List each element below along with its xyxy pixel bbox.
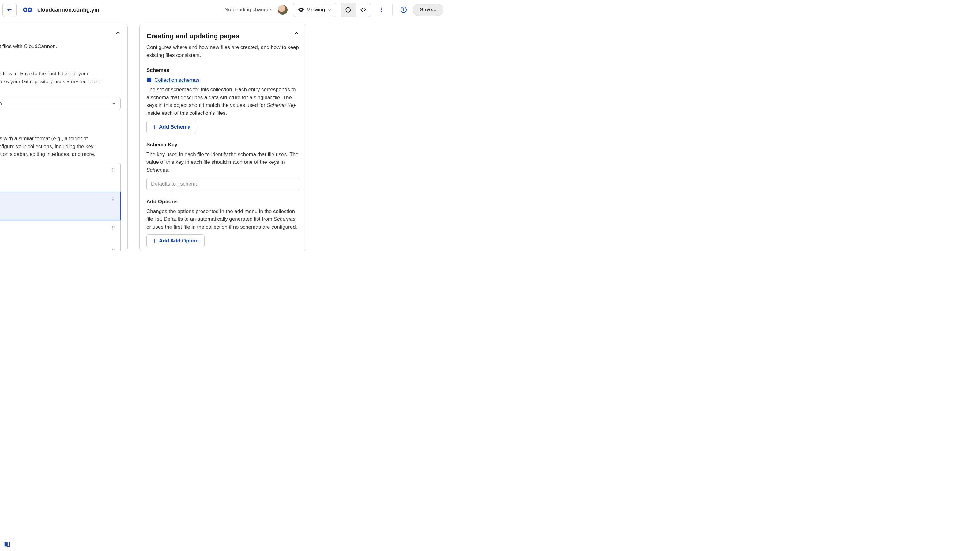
schema-key-label: Schema Key [146,141,299,149]
book-icon [146,77,152,83]
viewing-dropdown[interactable]: Viewing [293,3,336,16]
svg-point-14 [112,169,113,170]
user-avatar[interactable] [278,5,288,15]
eye-icon [298,6,304,13]
add-options-description: Changes the options presented in the add… [146,208,299,231]
schema-key-input[interactable] [146,178,299,191]
viewing-label: Viewing [307,6,325,14]
svg-point-22 [112,200,113,201]
collection-item[interactable]: cts t/products [0,221,120,244]
separator [392,4,393,15]
svg-point-13 [114,168,114,169]
svg-point-12 [112,168,113,169]
schema-key-block: Schema Key The key used in each file to … [146,141,299,191]
svg-point-17 [114,171,114,171]
svg-point-28 [112,229,113,229]
collection-path: t/blog [0,208,116,216]
drag-handle-icon[interactable] [110,197,116,202]
creating-updating-panel: Creating and updating pages Configures w… [139,24,306,251]
svg-point-31 [114,249,114,250]
collection-item[interactable]: t [0,163,120,192]
svg-point-5 [300,9,302,11]
svg-rect-11 [403,10,404,11]
svg-point-6 [381,8,382,9]
svg-point-19 [113,197,114,198]
svg-point-23 [113,200,114,201]
collection-item[interactable] [0,244,120,251]
drag-handle-icon[interactable] [111,167,116,173]
arrow-left-icon [6,7,13,13]
right-subtitle: Configures where and how new files are c… [146,43,299,59]
right-section-title: Creating and updating pages [146,31,299,41]
svg-point-32 [112,250,113,251]
svg-point-3 [29,9,31,11]
collection-item-selected[interactable]: t/blog [0,192,121,221]
code-view-button[interactable] [356,3,371,16]
svg-point-26 [112,227,113,228]
chevron-up-icon [294,30,299,36]
save-button[interactable]: Save... [413,4,444,16]
kebab-icon [378,7,384,13]
svg-point-20 [112,198,113,199]
add-options-label: Add Options [146,198,299,206]
svg-point-10 [403,8,404,9]
svg-point-7 [381,9,382,10]
collapse-panel-button[interactable] [115,30,121,36]
chevron-down-icon [328,8,332,12]
sync-status: No pending changes [224,6,272,14]
svg-point-18 [112,197,113,198]
add-options-block: Add Options Changes the options presente… [146,198,299,247]
collection-path: t [0,179,116,187]
info-button[interactable] [397,3,410,16]
drag-handle-icon[interactable] [111,248,116,251]
schemas-doc-link[interactable]: Collection schemas [146,76,299,84]
editor-mode-group [340,3,371,17]
refresh-button[interactable] [341,3,356,16]
source-select[interactable]: and select an item [0,97,121,110]
collapse-panel-button[interactable] [294,30,299,36]
chevron-up-icon [115,30,121,36]
more-options-button[interactable] [375,3,388,16]
view-mode-group: Viewing [293,3,336,17]
select-placeholder: and select an item [0,100,2,108]
drag-handle-icon[interactable] [111,225,116,230]
svg-point-2 [24,9,26,11]
collection-schemas-link[interactable]: Collection schemas [154,76,199,84]
plus-icon [152,125,157,130]
schemas-block: Schemas Collection schemas The set of sc… [146,67,299,133]
schemas-description: The set of schemas for this collection. … [146,86,299,117]
collections-doc-link[interactable]: collections [0,125,121,133]
add-add-option-button[interactable]: Add Add Option [146,235,205,247]
refresh-icon [345,7,351,13]
svg-point-29 [114,229,114,229]
schema-key-description: The key used in each file to identify th… [146,151,299,174]
svg-point-33 [114,250,114,251]
add-schema-button[interactable]: Add Schema [146,121,196,133]
source-description: oath for your source files, relative to … [0,70,121,94]
plus-icon [152,238,157,243]
left-subtitle: grating your content files with CloudCan… [0,43,121,51]
collections-list: t t/blog cts t/products [0,162,121,251]
svg-point-30 [112,249,113,250]
svg-point-16 [112,171,113,171]
cloudcannon-logo-icon [22,4,33,15]
chevron-down-icon [111,101,116,106]
schemas-label: Schemas [146,67,299,75]
file-name: cloudcannon.config.yml [37,6,101,14]
back-button[interactable] [2,3,16,17]
svg-point-21 [113,198,114,199]
svg-point-8 [381,11,382,12]
svg-point-24 [112,226,113,227]
svg-rect-4 [27,9,29,11]
svg-point-25 [114,226,114,227]
svg-point-27 [114,227,114,228]
code-icon [360,7,366,13]
left-section-title: nd Paths [0,30,121,40]
collection-path: t/products [0,232,116,240]
collections-paths-panel: nd Paths grating your content files with… [0,24,128,251]
collection-title: cts [0,224,116,232]
info-icon [400,6,407,13]
svg-point-15 [114,169,114,170]
top-bar: cloudcannon.config.yml No pending change… [0,0,446,20]
collections-description: group of related files with a similar fo… [0,135,121,158]
